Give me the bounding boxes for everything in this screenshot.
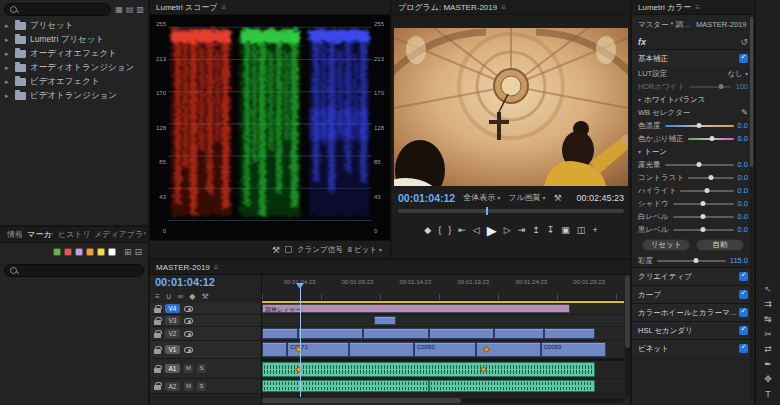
marker-color-swatch[interactable]	[53, 248, 61, 256]
effects-tree-item[interactable]: ビデオトランジション	[0, 89, 148, 103]
program-scrub-bar[interactable]	[398, 209, 624, 213]
tone-slider[interactable]	[673, 203, 734, 205]
lut-select[interactable]: なし	[728, 69, 748, 79]
tint-slider[interactable]	[688, 138, 734, 140]
effects-tree-item[interactable]: プリセット	[0, 19, 148, 33]
track-header-v1[interactable]: V1	[150, 341, 261, 359]
timeline-hscrollbar[interactable]	[262, 398, 624, 403]
effects-tree-item[interactable]: オーディオトランジション	[0, 61, 148, 75]
effects-search-input[interactable]	[21, 5, 105, 14]
tone-value[interactable]: 0.0	[738, 186, 748, 195]
track-lane-v4[interactable]: 調整レイヤー	[262, 303, 624, 315]
slider-knob[interactable]	[697, 123, 702, 128]
disclosure-icon[interactable]	[5, 92, 11, 100]
fx-badge-icon[interactable]: fx	[638, 37, 646, 47]
marker-color-swatch[interactable]	[108, 248, 116, 256]
disclosure-icon[interactable]	[5, 64, 11, 72]
extract-button[interactable]: ↧	[547, 225, 555, 235]
section-checkbox[interactable]	[739, 344, 748, 353]
track-lane-v1[interactable]: C0071C0092C0093	[262, 341, 624, 359]
timeline-clip[interactable]	[363, 328, 428, 339]
panel-menu-icon[interactable]	[221, 3, 226, 12]
slider-knob[interactable]	[718, 84, 723, 89]
track-header-v4[interactable]: V4	[150, 303, 261, 315]
panel-menu-icon[interactable]	[214, 263, 219, 272]
mark-out-button[interactable]: }	[448, 225, 451, 235]
marker-color-swatch[interactable]	[86, 248, 94, 256]
lock-icon[interactable]	[154, 368, 161, 373]
tab-lumetri-color[interactable]: Lumetri カラー	[638, 2, 691, 13]
effects-tree-item[interactable]: ビデオエフェクト	[0, 75, 148, 89]
tone-value[interactable]: 0.0	[738, 225, 748, 234]
comparison-view-button[interactable]: ◫	[577, 225, 586, 235]
track-badge-a1[interactable]: A1	[165, 364, 180, 373]
marker-color-swatch[interactable]	[75, 248, 83, 256]
tone-slider[interactable]	[673, 229, 734, 231]
wb-eyedropper-icon[interactable]	[741, 108, 748, 117]
add-marker-icon[interactable]: ⊞	[124, 247, 132, 257]
tone-value[interactable]: 0.0	[738, 173, 748, 182]
lock-icon[interactable]	[154, 308, 161, 313]
timeline-clip[interactable]	[262, 328, 298, 339]
timeline-clip[interactable]	[262, 380, 429, 392]
yuv-effects-icon[interactable]: ▥	[136, 5, 144, 14]
timeline-timecode[interactable]: 00:01:04:12	[150, 275, 261, 290]
accelerated-effects-icon[interactable]: ▦	[115, 5, 123, 14]
program-video-frame[interactable]	[394, 28, 628, 186]
track-output-icon[interactable]	[184, 347, 193, 353]
pen-tool[interactable]: ✒	[760, 359, 776, 370]
bit-depth-select[interactable]: 8 ビット	[348, 245, 382, 255]
track-header-a1[interactable]: A1MS	[150, 359, 261, 379]
timeline-clip[interactable]	[349, 342, 414, 357]
track-badge-a2[interactable]: A2	[165, 382, 180, 391]
add-marker-button[interactable]: ◆	[424, 225, 431, 235]
timeline-clip[interactable]: C0093	[541, 342, 606, 357]
track-output-icon[interactable]	[184, 318, 193, 324]
section-basic-correction[interactable]: 基本補正	[632, 49, 754, 67]
tone-value[interactable]: 0.0	[738, 212, 748, 221]
timeline-clip[interactable]: 調整レイヤー	[262, 304, 570, 313]
effects-search-field[interactable]	[4, 3, 111, 16]
marker-color-swatch[interactable]	[97, 248, 105, 256]
temperature-slider[interactable]	[665, 125, 734, 127]
hand-tool[interactable]: ✥	[760, 374, 776, 385]
reset-button[interactable]: リセット	[642, 239, 690, 251]
step-back-button[interactable]: ◁	[473, 225, 480, 235]
go-to-out-button[interactable]: ⇥	[518, 225, 526, 235]
clear-markers-icon[interactable]: ⊟	[134, 247, 142, 257]
track-lane-v3[interactable]	[262, 315, 624, 327]
effects-tree-item[interactable]: Lumetri プリセット	[0, 33, 148, 47]
current-timecode[interactable]: 00:01:04:12	[398, 192, 455, 204]
razor-tool[interactable]: ✂	[760, 329, 776, 340]
track-lane-a2[interactable]	[262, 379, 624, 394]
go-to-in-button[interactable]: ⇤	[458, 225, 466, 235]
section-row[interactable]: クリエイティブ	[632, 267, 754, 285]
ripple-edit-tool[interactable]: ↹	[760, 314, 776, 325]
solo-button[interactable]: S	[197, 382, 206, 391]
slider-knob[interactable]	[701, 227, 706, 232]
type-tool[interactable]: T	[760, 389, 776, 400]
lock-icon[interactable]	[154, 385, 161, 390]
reset-effect-icon[interactable]	[740, 37, 748, 47]
timeline-clip[interactable]	[262, 362, 595, 377]
slider-knob[interactable]	[701, 214, 706, 219]
tab-media-browser[interactable]: メディアブラウザー	[89, 229, 146, 240]
tab-program-monitor[interactable]: プログラム: MASTER-2019	[398, 2, 497, 13]
disclosure-icon[interactable]	[5, 50, 11, 58]
track-lane-v2[interactable]	[262, 327, 624, 341]
marker-color-swatch[interactable]	[64, 248, 72, 256]
mute-button[interactable]: M	[184, 382, 193, 391]
slip-tool[interactable]: ⇄	[760, 344, 776, 355]
clamp-signal-checkbox[interactable]	[285, 246, 292, 253]
master-clip-label[interactable]: マスター * 調整レイヤー	[638, 20, 692, 30]
disclosure-icon[interactable]	[5, 36, 11, 44]
track-header-a2[interactable]: A2MS	[150, 379, 261, 394]
button-editor-button[interactable]: +	[592, 225, 597, 235]
temperature-value[interactable]: 0.0	[738, 121, 748, 130]
lift-button[interactable]: ↥	[532, 225, 540, 235]
effects-tree-item[interactable]: オーディオエフェクト	[0, 47, 148, 61]
tab-sequence[interactable]: MASTER-2019	[156, 263, 210, 272]
timeline-clip[interactable]	[374, 316, 396, 325]
scope-settings-wrench-icon[interactable]	[272, 245, 280, 255]
linked-selection-icon[interactable]: ∞	[178, 292, 184, 301]
